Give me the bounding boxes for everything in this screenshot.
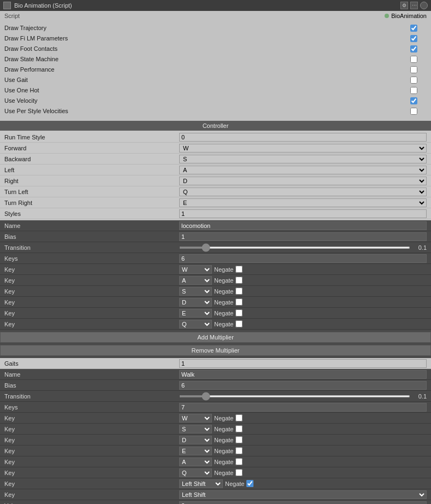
style-key-select-2[interactable]: S — [179, 287, 212, 296]
style-transition-slider[interactable] — [179, 247, 410, 249]
gaits-value-row: Value — [0, 500, 431, 504]
title-icons: ⚙ ⋯ — [400, 2, 428, 9]
gaits-bias-value — [179, 381, 427, 390]
gaits-negate-check-0[interactable] — [235, 414, 243, 421]
style-key-select-4[interactable]: E — [179, 309, 212, 318]
gaits-key-label-1: Key — [4, 426, 179, 432]
style-transition-row: Transition 0.1 — [0, 242, 431, 253]
gaits-keys-input[interactable] — [179, 403, 427, 412]
style-negate-check-0[interactable] — [235, 266, 243, 273]
style-bias-row: Bias — [0, 231, 431, 242]
use-gait-checkbox-area — [400, 77, 427, 84]
gaits-negate-check-3[interactable] — [235, 447, 243, 454]
backward-label: Backward — [4, 156, 179, 162]
gaits-extra-key-select[interactable]: Left Shift — [179, 490, 427, 499]
turn-right-select[interactable]: E — [179, 198, 427, 207]
use-velocity-checkbox[interactable] — [410, 97, 417, 104]
style-name-input[interactable] — [179, 221, 427, 230]
style-key-select-1[interactable]: A — [179, 276, 212, 285]
style-key-row-3: Key D Negate — [0, 297, 431, 308]
gaits-negate-check-1[interactable] — [235, 425, 243, 432]
use-one-hot-checkbox-area — [400, 87, 427, 94]
left-select[interactable]: A — [179, 166, 427, 174]
style-negate-label-0: Negate — [214, 266, 233, 273]
gaits-bias-input[interactable] — [179, 381, 427, 390]
draw-performance-checkbox[interactable] — [410, 66, 417, 73]
style-negate-check-3[interactable] — [235, 298, 243, 306]
style-negate-label-5: Negate — [214, 321, 233, 327]
gaits-negate-label-6: Negate — [225, 480, 244, 487]
backward-value: S — [179, 155, 427, 163]
use-one-hot-checkbox[interactable] — [410, 87, 417, 94]
gaits-negate-label-5: Negate — [214, 470, 233, 476]
gaits-key-select-1[interactable]: S — [179, 425, 212, 433]
gaits-key-select-6[interactable]: Left Shift — [179, 479, 223, 488]
bio-ref-label: BioAnimation — [391, 13, 427, 19]
gaits-block: Name Bias Transition 0.1 Keys — [0, 369, 431, 504]
turn-right-row: Turn Right E — [0, 197, 431, 208]
left-label: Left — [4, 167, 179, 173]
gaits-key-select-4[interactable]: A — [179, 458, 212, 466]
gaits-transition-val: 0.1 — [414, 393, 427, 400]
right-value: D — [179, 177, 427, 185]
gaits-row: Gaits — [0, 358, 431, 369]
forward-value: W — [179, 144, 427, 153]
option-use-one-hot: Use One Hot — [4, 85, 427, 95]
turn-left-select[interactable]: Q — [179, 187, 427, 196]
gaits-negate-check-6[interactable] — [246, 480, 253, 487]
style-add-multiplier-btn[interactable]: Add Multiplier — [0, 332, 431, 343]
gaits-transition-slider[interactable] — [179, 395, 410, 397]
gaits-name-row: Name — [0, 369, 431, 380]
dots-icon[interactable]: ⋯ — [410, 2, 418, 9]
styles-label: Styles — [4, 210, 179, 217]
gaits-key-select-0[interactable]: W — [179, 414, 212, 423]
style-negate-check-5[interactable] — [235, 320, 243, 327]
gaits-key-label-6: Key — [4, 480, 179, 487]
gaits-negate-check-5[interactable] — [235, 469, 243, 476]
style-transition-track: 0.1 — [179, 244, 427, 251]
gaits-key-select-3[interactable]: E — [179, 447, 212, 455]
style-key-select-5[interactable]: Q — [179, 320, 212, 329]
settings-icon[interactable]: ⚙ — [400, 2, 408, 9]
backward-select[interactable]: S — [179, 155, 427, 163]
gaits-key-row-1: Key S Negate — [0, 424, 431, 435]
use-gait-checkbox[interactable] — [410, 77, 417, 84]
collapse-icon[interactable] — [420, 2, 428, 9]
gaits-key-select-5[interactable]: Q — [179, 468, 212, 477]
gaits-value-value — [179, 501, 427, 505]
forward-label: Forward — [4, 145, 179, 151]
style-key-row-1: Key A Negate — [0, 275, 431, 286]
gaits-input[interactable] — [179, 359, 427, 368]
forward-select[interactable]: W — [179, 144, 427, 153]
style-keys-label: Keys — [4, 255, 179, 262]
style-negate-check-2[interactable] — [235, 288, 243, 295]
style-key-select-0[interactable]: W — [179, 265, 212, 274]
gaits-name-label: Name — [4, 371, 179, 378]
window-title: Bio Animation (Script) — [14, 2, 72, 9]
gaits-extra-key-row: Key Left Shift — [0, 489, 431, 500]
style-keys-value — [179, 254, 427, 263]
gaits-negate-check-4[interactable] — [235, 458, 243, 465]
style-keys-input[interactable] — [179, 254, 427, 263]
style-bias-input[interactable] — [179, 232, 427, 241]
draw-foot-contacts-checkbox[interactable] — [410, 45, 417, 52]
gaits-value-input[interactable] — [179, 501, 427, 505]
style-negate-check-1[interactable] — [235, 277, 243, 284]
gaits-keys-value — [179, 403, 427, 412]
draw-film-params-checkbox[interactable] — [410, 35, 417, 42]
gaits-name-input[interactable] — [179, 370, 427, 379]
run-time-style-input[interactable] — [179, 133, 427, 142]
draw-state-machine-checkbox[interactable] — [410, 56, 417, 63]
gaits-key-row-2: Key D Negate — [0, 435, 431, 446]
gaits-key-value-3: E Negate — [179, 447, 427, 455]
style-key-select-3[interactable]: D — [179, 298, 212, 307]
style-remove-multiplier-btn[interactable]: Remove Multiplier — [0, 345, 431, 356]
use-per-style-velocities-checkbox[interactable] — [410, 108, 417, 115]
styles-input[interactable] — [179, 209, 427, 218]
style-negate-check-4[interactable] — [235, 309, 243, 317]
style-actions: Add Multiplier Remove Multiplier — [0, 330, 431, 358]
draw-trajectory-checkbox[interactable] — [410, 25, 417, 32]
right-select[interactable]: D — [179, 177, 427, 185]
gaits-negate-check-2[interactable] — [235, 436, 243, 443]
gaits-key-select-2[interactable]: D — [179, 436, 212, 444]
